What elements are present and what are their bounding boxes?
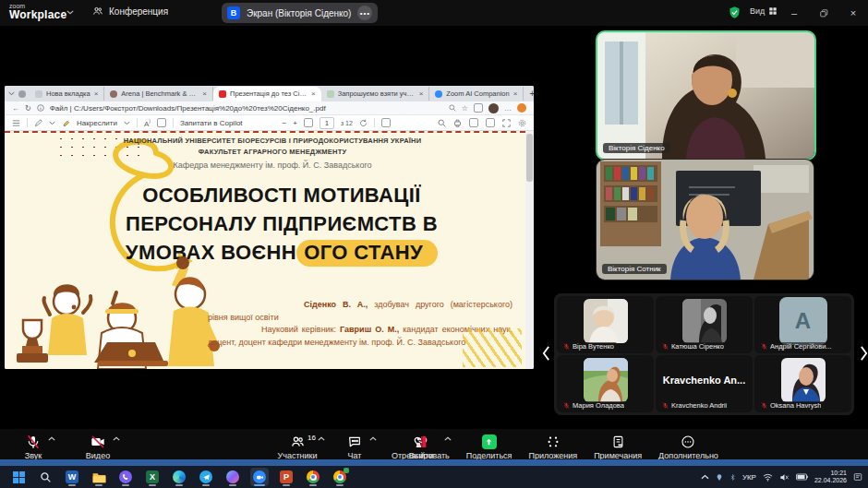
text-tool-icon[interactable] [157,118,166,127]
tray-chevron-up-icon[interactable] [701,474,709,480]
gallery-prev-icon[interactable] [539,343,552,363]
split-screen-icon[interactable] [474,103,483,113]
profile-avatar[interactable] [488,103,499,113]
share-options-button[interactable]: ••• [357,6,372,20]
toc-icon[interactable] [12,119,20,127]
tab-close-icon[interactable]: × [202,89,207,98]
chevron-down-icon[interactable] [124,121,130,125]
browser-extension-icon[interactable] [517,103,526,113]
screen-share-indicator[interactable]: B Экран (Вікторія Сіденко) ••• [222,3,378,23]
page-count-label: з 12 [341,120,353,126]
leave-button[interactable]: Выйти [0,433,855,460]
tab-favicon [35,90,42,98]
close-icon[interactable]: × [839,0,867,26]
taskbar-viber-icon[interactable] [116,468,135,486]
zoom-out-button[interactable]: − [283,119,287,127]
browser-more-icon[interactable]: … [504,104,512,113]
participant-name-label: Андрій Сергійови... [770,342,832,351]
search-icon[interactable] [36,468,54,486]
volume-muted-icon[interactable] [779,473,790,482]
taskbar-zoom-icon[interactable] [250,468,269,486]
pen-icon[interactable] [34,119,42,127]
address-url[interactable]: Файл | C:/Users/Фокстрот/Downloads/Презе… [50,104,443,113]
taskbar-copilot-icon[interactable] [223,468,242,486]
language-indicator[interactable]: УКР [742,473,756,482]
annotate-icon[interactable] [486,118,495,127]
taskbar-explorer-icon[interactable] [90,468,108,486]
rotate-icon[interactable] [359,119,368,127]
chevron-down-icon[interactable] [66,10,74,15]
back-icon[interactable]: ← [12,104,19,113]
wifi-icon[interactable] [763,473,773,482]
browser-tab-pdf-active[interactable]: Презентація до тез Сіденко_.pdf × [213,87,321,101]
presentation-slide: НАЦІОНАЛЬНИЙ УНІВЕРСИТЕТ БІОРЕСУРСІВ І П… [5,131,525,369]
muted-mic-icon [761,343,767,350]
tray-location-icon[interactable] [716,473,723,482]
video-feed-sotnyk [597,160,814,280]
zoom-top-bar: zoom Workplace Конференция B Экран (Вікт… [0,0,868,26]
notifications-icon[interactable] [853,472,862,482]
gallery-tile-andrii-serhiiovych[interactable]: A Андрій Сергійови... [754,296,851,353]
taskbar-telegram-icon[interactable] [197,468,215,486]
video-tile-sotnyk[interactable]: Вікторія Сотник [596,159,814,280]
browser-logo-icon [18,90,26,98]
gallery-tile-sirenko[interactable]: Катюша Сіренко [656,296,753,353]
video-feed-sidenko [597,32,814,159]
refresh-icon[interactable]: ↻ [25,104,31,113]
taskbar-word-icon[interactable]: W [63,468,81,486]
security-shield-icon[interactable] [728,6,741,19]
tab-close-icon[interactable]: × [419,89,424,98]
page-number-input[interactable]: 1 [319,117,334,129]
print-icon[interactable] [453,119,462,127]
view-button[interactable]: Вид [750,6,778,16]
tab-close-icon[interactable]: × [513,89,518,98]
favorite-star-icon[interactable]: ☆ [462,104,468,113]
new-tab-button[interactable]: + [529,89,534,99]
gallery-tile-havrysh[interactable]: Oksana Havrysh [754,355,851,412]
fullscreen-icon[interactable] [502,119,511,127]
video-tile-sidenko[interactable]: Вікторія Сіденко [596,30,816,161]
gallery-tile-vutenko[interactable]: Віра Вутенко [557,296,654,353]
taskbar-clock[interactable]: 10:21 22.04.2026 [814,470,847,484]
battery-icon[interactable] [796,473,808,481]
save-icon[interactable] [469,118,478,127]
slide-stripes-decoration [463,328,522,367]
tab-close-icon[interactable]: × [311,89,316,98]
tab-search-chevron-icon[interactable] [8,91,15,96]
highlighter-icon[interactable] [62,119,70,127]
tab-conference[interactable]: Конференция [92,6,168,17]
zoom-in-button[interactable]: + [293,119,297,127]
taskbar-excel-icon[interactable]: X [143,468,162,486]
fit-page-icon[interactable] [304,118,313,127]
search-icon[interactable] [438,119,446,127]
copilot-label[interactable]: Запитати в Copilot [180,119,243,127]
slide-title-line2: ПЕРСОНАЛУ ПІДПРИЄМСТВ В [60,209,503,238]
read-aloud-icon[interactable]: A) [144,118,151,128]
gallery-tile-kravchenko[interactable]: Kravchenko An... Kravchenko Andrii [656,355,753,412]
start-button[interactable] [9,468,28,486]
pdf-draw-label[interactable]: Накреслити [77,119,117,127]
browser-tab-invite[interactable]: Запрошуємо взяти участь у VI В × [321,87,430,101]
browser-tab-zoom-ai[interactable]: Zoom AI Companion × [429,87,524,101]
zoom-page-icon[interactable] [449,104,456,112]
settings-gear-icon[interactable] [518,119,526,127]
pdf-toolbar: Накреслити A) Запитати в Copilot − + 1 з… [5,115,534,131]
taskbar-chrome-profile-icon[interactable] [331,468,349,486]
minimize-button[interactable]: – [780,0,808,26]
browser-tab-arena[interactable]: Arena | Benchmark & Compare In × [104,87,213,101]
taskbar-edge-icon[interactable] [170,468,188,486]
taskbar-chrome-icon[interactable] [304,468,322,486]
browser-tab-newtab[interactable]: Нова вкладка × [30,87,104,101]
tray-bluetooth-icon[interactable] [729,473,736,482]
gallery-next-icon[interactable] [857,343,868,363]
page-view-icon[interactable] [381,118,391,127]
page-info-icon[interactable] [37,104,44,112]
restore-button[interactable] [810,0,838,26]
tab-close-icon[interactable]: × [94,89,99,98]
pdf-scrollbar-thumb[interactable] [526,134,533,182]
taskbar-powerpoint-icon[interactable]: P [277,468,295,486]
date-label: 22.04.2026 [814,477,847,484]
avatar [682,299,727,343]
gallery-tile-oladova[interactable]: Мария Оладова [557,355,654,412]
chevron-down-icon[interactable] [49,121,55,125]
